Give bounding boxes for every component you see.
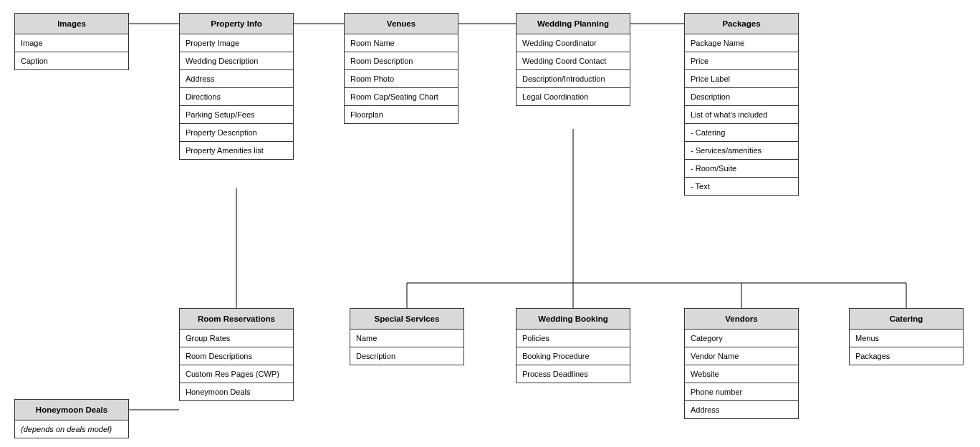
entity-packages-header: Packages	[685, 14, 798, 34]
entity-property-info-header: Property Info	[180, 14, 293, 34]
entity-wedding-planning-header: Wedding Planning	[517, 14, 630, 34]
entity-row: Room Photo	[345, 70, 458, 88]
entity-room-reservations-header: Room Reservations	[180, 309, 293, 330]
entity-row: Wedding Coord Contact	[517, 52, 630, 70]
entity-row: Name	[350, 330, 463, 347]
entity-row: - Text	[685, 178, 798, 195]
entity-row: Room Description	[345, 52, 458, 70]
entity-row: Booking Procedure	[517, 347, 630, 365]
entity-row: - Room/Suite	[685, 160, 798, 178]
entity-row: Website	[685, 365, 798, 383]
entity-row: Legal Coordination	[517, 88, 630, 105]
entity-row: Packages	[850, 347, 963, 365]
entity-row: Policies	[517, 330, 630, 347]
entity-venues: Venues Room Name Room Description Room P…	[344, 13, 458, 124]
entity-honeymoon-deals-header: Honeymoon Deals	[15, 400, 128, 420]
entity-row: Honeymoon Deals	[180, 383, 293, 400]
entity-row: Price Label	[685, 70, 798, 88]
entity-catering: Catering Menus Packages	[849, 308, 964, 365]
entity-row: Price	[685, 52, 798, 70]
entity-row: Description	[685, 88, 798, 106]
entity-row: Group Rates	[180, 330, 293, 347]
entity-row: Process Deadlines	[517, 365, 630, 383]
entity-row: Parking Setup/Fees	[180, 106, 293, 124]
entity-row: Image	[15, 34, 128, 52]
entity-row: Category	[685, 330, 798, 347]
entity-row: Description/Introduction	[517, 70, 630, 88]
entity-venues-header: Venues	[345, 14, 458, 34]
entity-room-reservations: Room Reservations Group Rates Room Descr…	[179, 308, 294, 401]
entity-property-info: Property Info Property Image Wedding Des…	[179, 13, 294, 160]
entity-wedding-planning: Wedding Planning Wedding Coordinator Wed…	[516, 13, 630, 106]
entity-wedding-booking: Wedding Booking Policies Booking Procedu…	[516, 308, 630, 383]
entity-catering-header: Catering	[850, 309, 963, 330]
entity-wedding-booking-header: Wedding Booking	[517, 309, 630, 330]
entity-row: Wedding Coordinator	[517, 34, 630, 52]
entity-row: Description	[350, 347, 463, 365]
entity-row: Custom Res Pages (CWP)	[180, 365, 293, 383]
entity-special-services: Special Services Name Description	[350, 308, 464, 365]
entity-images-header: Images	[15, 14, 128, 34]
entity-row: Room Descriptions	[180, 347, 293, 365]
entity-row: Address	[180, 70, 293, 88]
entity-row: Property Image	[180, 34, 293, 52]
entity-honeymoon-deals-note: (depends on deals model)	[15, 420, 128, 438]
entity-row: - Services/amenities	[685, 142, 798, 160]
entity-row: List of what's included	[685, 106, 798, 124]
entity-row: Menus	[850, 330, 963, 347]
entity-row: Property Description	[180, 124, 293, 142]
entity-row: Directions	[180, 88, 293, 106]
entity-row: Room Name	[345, 34, 458, 52]
entity-honeymoon-deals: Honeymoon Deals (depends on deals model)	[14, 399, 129, 438]
entity-row: Phone number	[685, 383, 798, 401]
entity-special-services-header: Special Services	[350, 309, 463, 330]
entity-vendors-header: Vendors	[685, 309, 798, 330]
entity-images: Images Image Caption	[14, 13, 129, 70]
entity-row: Address	[685, 401, 798, 418]
entity-row: Vendor Name	[685, 347, 798, 365]
entity-row: Wedding Description	[180, 52, 293, 70]
connector-lines	[0, 0, 980, 447]
entity-row: Room Cap/Seating Chart	[345, 88, 458, 106]
entity-vendors: Vendors Category Vendor Name Website Pho…	[684, 308, 799, 419]
entity-packages: Packages Package Name Price Price Label …	[684, 13, 799, 196]
entity-row: Caption	[15, 52, 128, 69]
entity-row: Floorplan	[345, 106, 458, 123]
entity-row: - Catering	[685, 124, 798, 142]
entity-row: Property Amenities list	[180, 142, 293, 159]
entity-row: Package Name	[685, 34, 798, 52]
